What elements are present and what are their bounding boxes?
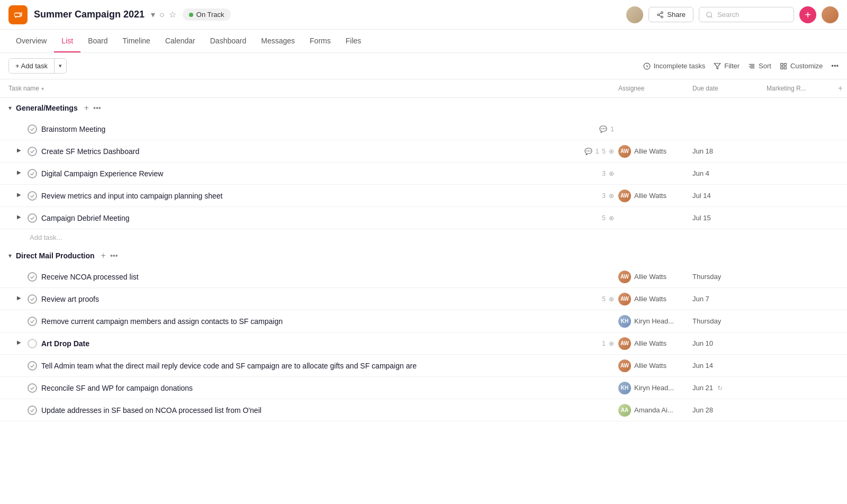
comment-icon-sf: 💬 (584, 148, 592, 155)
task-name-art-proofs[interactable]: Review art proofs (41, 295, 598, 303)
avatar-tell-admin: AW (618, 359, 631, 372)
add-task-button[interactable]: + Add task ▾ (8, 58, 67, 74)
section-collapse-direct[interactable]: ▾ (8, 252, 12, 259)
check-art-proofs[interactable] (28, 294, 37, 304)
expand-debrief[interactable]: ▶ (17, 214, 25, 222)
tab-list[interactable]: List (54, 30, 80, 52)
check-sf-metrics[interactable] (28, 147, 37, 156)
assignee-art-proofs: AW Allie Watts (614, 293, 688, 305)
search-icon (706, 11, 713, 19)
task-name-tell-admin[interactable]: Tell Admin team what the direct mail rep… (41, 362, 614, 370)
task-name-reconcile[interactable]: Reconcile SF and WP for campaign donatio… (41, 384, 614, 392)
duedate-art-proofs: Jun 7 (688, 295, 762, 303)
col-marketing-header: Marketing R... + (762, 84, 847, 93)
task-row-review-metrics: ▶ Review metrics and input into campaign… (0, 185, 847, 207)
tab-overview[interactable]: Overview (8, 30, 54, 52)
tab-calendar[interactable]: Calendar (158, 30, 203, 52)
task-name-area-art-drop: ▶ Art Drop Date 1 ⊕ (0, 339, 614, 348)
col-add-header[interactable]: + (838, 84, 843, 93)
section-general-header[interactable]: ▾ General/Meetings + ••• (0, 98, 847, 118)
expand-digital[interactable]: ▶ (17, 169, 25, 178)
section-general-more[interactable]: ••• (93, 104, 101, 112)
tab-dashboard[interactable]: Dashboard (203, 30, 254, 52)
task-name-review[interactable]: Review metrics and input into campaign p… (41, 192, 598, 200)
filter-label: Filter (724, 62, 740, 70)
assignee-name-art-proofs: Allie Watts (634, 295, 666, 303)
tab-forms[interactable]: Forms (302, 30, 338, 52)
duedate-reconcile: Jun 21 ↻ (688, 384, 762, 392)
avatar-remove: KH (618, 315, 631, 328)
status-badge[interactable]: On Track (183, 8, 231, 21)
task-row-reconcile: ▶ Reconcile SF and WP for campaign donat… (0, 377, 847, 399)
incomplete-tasks-filter[interactable]: Incomplete tasks (643, 62, 706, 70)
avatar-art-proofs: AW (618, 293, 631, 305)
task-name-update[interactable]: Update addresses in SF based on NCOA pro… (41, 406, 614, 415)
sort-icon (748, 62, 755, 70)
star-icon[interactable]: ☆ (169, 10, 176, 20)
duedate-update: Jun 28 (688, 406, 762, 414)
task-name-digital[interactable]: Digital Campaign Experience Review (41, 169, 598, 178)
check-reconcile[interactable] (28, 383, 37, 393)
user-avatar-header[interactable] (626, 6, 643, 23)
task-name-area-tell-admin: ▶ Tell Admin team what the direct mail r… (0, 361, 614, 371)
add-task-main[interactable]: + Add task (9, 59, 55, 73)
expand-sf-metrics[interactable]: ▶ (17, 147, 25, 156)
task-name-brainstorm[interactable]: Brainstorm Meeting (41, 125, 595, 133)
tab-timeline[interactable]: Timeline (115, 30, 158, 52)
tab-messages[interactable]: Messages (254, 30, 302, 52)
task-name-remove[interactable]: Remove current campaign members and assi… (41, 317, 614, 326)
task-meta-art-drop: 1 ⊕ (602, 340, 614, 347)
add-task-general[interactable]: Add task... (0, 229, 847, 246)
task-name-area-reconcile: ▶ Reconcile SF and WP for campaign donat… (0, 383, 614, 393)
add-task-label: + Add task (15, 62, 48, 70)
section-direct-add[interactable]: + (101, 251, 106, 260)
task-name-art-drop[interactable]: Art Drop Date (41, 339, 598, 348)
expand-art-proofs[interactable]: ▶ (17, 295, 25, 303)
check-digital[interactable] (28, 169, 37, 178)
section-general-add[interactable]: + (84, 103, 89, 113)
assignee-name-review: Allie Watts (634, 192, 666, 200)
subtask-count-debrief: 5 (602, 214, 606, 222)
tab-files[interactable]: Files (338, 30, 369, 52)
duedate-sf-metrics: Jun 18 (688, 147, 762, 155)
check-brainstorm[interactable] (28, 124, 37, 134)
check-tell-admin[interactable] (28, 361, 37, 371)
task-name-area-sf-metrics: ▶ Create SF Metrics Dashboard 💬 1 5 ⊕ (0, 147, 614, 156)
current-user-avatar[interactable] (822, 6, 839, 23)
check-remove[interactable] (28, 317, 37, 326)
check-ncoa[interactable] (28, 272, 37, 282)
more-options-button[interactable]: ••• (831, 62, 839, 70)
filter-button[interactable]: Filter (714, 62, 740, 70)
duedate-remove: Thursday (688, 317, 762, 325)
section-collapse-general[interactable]: ▾ (8, 104, 12, 112)
share-button[interactable]: Share (648, 7, 693, 22)
task-name-sf-metrics[interactable]: Create SF Metrics Dashboard (41, 147, 580, 156)
expand-review[interactable]: ▶ (17, 192, 25, 200)
sort-button[interactable]: Sort (748, 62, 771, 70)
header-right: Share Search + (626, 6, 839, 23)
customize-button[interactable]: Customize (780, 62, 823, 70)
section-direct-more[interactable]: ••• (110, 251, 118, 260)
comment-count-brainstorm: 1 (610, 125, 614, 133)
new-item-button[interactable]: + (799, 6, 816, 23)
subtask-icon-art: ⊕ (609, 295, 614, 303)
check-debrief[interactable] (28, 213, 37, 223)
check-review[interactable] (28, 191, 37, 201)
add-task-dropdown[interactable]: ▾ (55, 59, 66, 73)
duedate-art-drop: Jun 10 (688, 339, 762, 347)
search-box[interactable]: Search (699, 7, 794, 22)
section-direct-mail-header[interactable]: ▾ Direct Mail Production + ••• (0, 246, 847, 266)
info-icon[interactable]: ○ (159, 10, 165, 20)
subtask-icon-sf: ⊕ (609, 148, 614, 155)
task-name-debrief[interactable]: Campaign Debrief Meeting (41, 214, 598, 222)
expand-art-drop[interactable]: ▶ (17, 339, 25, 348)
nav-tabs: Overview List Board Timeline Calendar Da… (0, 30, 847, 53)
dropdown-icon[interactable]: ▾ (151, 10, 155, 20)
task-name-ncoa[interactable]: Receive NCOA processed list (41, 273, 614, 281)
tab-board[interactable]: Board (80, 30, 115, 52)
check-art-drop[interactable] (28, 339, 37, 348)
check-update[interactable] (28, 406, 37, 415)
col-sort-icon[interactable]: ▾ (41, 86, 44, 92)
app-icon[interactable] (8, 5, 28, 24)
section-general: ▾ General/Meetings + ••• ▶ Brainstorm Me… (0, 98, 847, 246)
